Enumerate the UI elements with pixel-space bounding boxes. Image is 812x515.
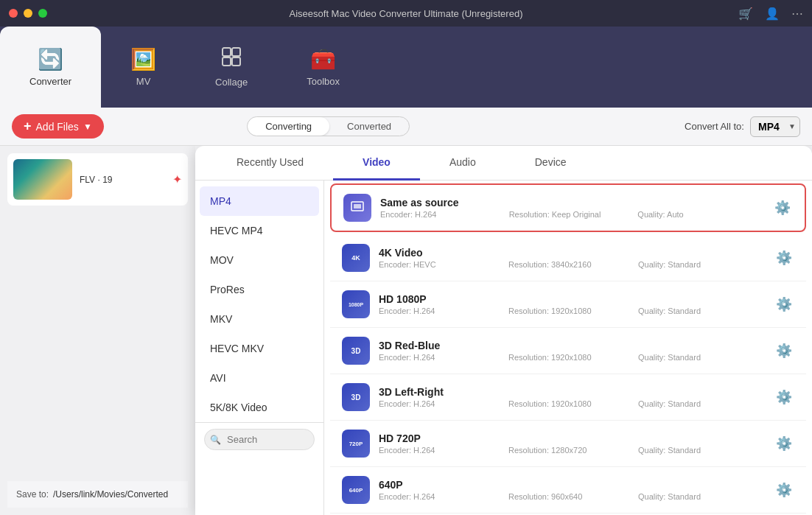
user-icon[interactable]: 👤 bbox=[765, 7, 780, 21]
format-opt-icon-1080p: 1080P bbox=[342, 290, 370, 318]
resolution-label-5: Resolution: 1280x720 bbox=[508, 446, 635, 455]
file-name: FLV · 19 bbox=[80, 175, 165, 185]
tab-audio[interactable]: Audio bbox=[420, 146, 505, 181]
file-panel: FLV · 19 ✦ Save to: /Users/link/Movies/C… bbox=[0, 146, 195, 515]
encoder-label-3: Encoder: H.264 bbox=[379, 353, 505, 362]
format-option-3d-left-right[interactable]: 3D 3D Left-Right Encoder: H.264 Resoluti… bbox=[330, 374, 806, 421]
format-opt-name-same-as-source: Same as source bbox=[380, 197, 763, 209]
format-option-640p[interactable]: 640P 640P Encoder: H.264 Resolution: 960… bbox=[330, 467, 806, 514]
svg-rect-1 bbox=[232, 48, 240, 56]
format-opt-icon-640p: 640P bbox=[342, 476, 370, 504]
search-input[interactable] bbox=[204, 429, 315, 450]
svg-rect-0 bbox=[223, 48, 231, 56]
convert-all-label: Convert All to: bbox=[685, 121, 744, 132]
cart-icon[interactable]: 🛒 bbox=[738, 7, 753, 21]
format-list-item-hevc-mkv[interactable]: HEVC MKV bbox=[195, 334, 323, 363]
format-list-item-mkv[interactable]: MKV bbox=[195, 304, 323, 334]
format-list-item-prores[interactable]: ProRes bbox=[195, 275, 323, 304]
format-list-item-5k8k[interactable]: 5K/8K Video bbox=[195, 393, 323, 422]
format-body: MP4 HEVC MP4 MOV ProRes MKV HEVC MKV AVI… bbox=[195, 181, 812, 515]
gear-button-5[interactable]: ⚙️ bbox=[774, 433, 794, 454]
minimize-button[interactable] bbox=[24, 9, 32, 18]
format-opt-details-same-as-source: Same as source Encoder: H.264 Resolution… bbox=[380, 197, 763, 219]
format-list-item-avi[interactable]: AVI bbox=[195, 363, 323, 393]
svg-rect-3 bbox=[232, 57, 240, 66]
save-bar: Save to: /Users/link/Movies/Converted bbox=[7, 481, 188, 508]
mv-icon: 🖼️ bbox=[130, 47, 156, 71]
nav-bar: 🔄 Converter 🖼️ MV Collage 🧰 Toolbox bbox=[0, 27, 812, 108]
format-opt-name-3d-red-blue: 3D Red-Blue bbox=[379, 340, 765, 351]
nav-toolbox-label: Toolbox bbox=[307, 76, 340, 87]
dropdown-arrow-icon: ▼ bbox=[83, 122, 92, 132]
format-opt-name-720p: HD 720P bbox=[379, 432, 765, 444]
format-select-wrap: MP4 MOV AVI MKV bbox=[750, 116, 800, 137]
format-option-720p[interactable]: 720P HD 720P Encoder: H.264 Resolution: … bbox=[330, 421, 806, 467]
gear-button-1[interactable]: ⚙️ bbox=[774, 248, 794, 268]
format-option-3d-red-blue[interactable]: 3D 3D Red-Blue Encoder: H.264 Resolution… bbox=[330, 328, 806, 374]
collage-icon bbox=[221, 46, 242, 72]
encoder-label-2: Encoder: H.264 bbox=[379, 306, 505, 315]
gear-button-2[interactable]: ⚙️ bbox=[774, 294, 794, 315]
format-option-1080p[interactable]: 1080P HD 1080P Encoder: H.264 Resolution… bbox=[330, 281, 806, 328]
format-list-item-hevc-mp4[interactable]: HEVC MP4 bbox=[195, 216, 323, 245]
encoder-label-5: Encoder: H.264 bbox=[379, 446, 505, 455]
app-title: Aiseesoft Mac Video Converter Ultimate (… bbox=[290, 8, 523, 19]
format-list-item-mp4[interactable]: MP4 bbox=[200, 186, 319, 216]
menu-icon[interactable]: ⋯ bbox=[791, 7, 803, 21]
file-thumbnail bbox=[13, 159, 72, 200]
file-info: FLV · 19 bbox=[80, 175, 165, 185]
tab-converting[interactable]: Converting bbox=[248, 117, 329, 136]
gear-button-4[interactable]: ⚙️ bbox=[774, 387, 794, 407]
plus-icon: + bbox=[24, 119, 32, 134]
format-opt-name-3d-left-right: 3D Left-Right bbox=[379, 386, 765, 398]
gear-button-6[interactable]: ⚙️ bbox=[774, 480, 794, 500]
format-opt-details-720p: HD 720P Encoder: H.264 Resolution: 1280x… bbox=[379, 432, 765, 455]
maximize-button[interactable] bbox=[38, 9, 47, 18]
format-option-same-as-source[interactable]: Same as source Encoder: H.264 Resolution… bbox=[330, 183, 806, 232]
tab-device[interactable]: Device bbox=[505, 146, 596, 181]
close-button[interactable] bbox=[9, 9, 18, 18]
search-bar bbox=[195, 422, 323, 456]
save-to-label: Save to: bbox=[16, 489, 49, 500]
nav-converter-label: Converter bbox=[29, 76, 71, 87]
format-list-item-mov[interactable]: MOV bbox=[195, 245, 323, 275]
format-option-4k[interactable]: 4K 4K Video Encoder: HEVC Resolution: 38… bbox=[330, 235, 806, 281]
resolution-label-1: Resolution: 3840x2160 bbox=[508, 260, 635, 269]
nav-collage-label: Collage bbox=[215, 77, 248, 88]
converter-icon: 🔄 bbox=[38, 47, 63, 71]
format-opt-icon-3d-red-blue: 3D bbox=[342, 337, 370, 365]
toolbox-icon: 🧰 bbox=[310, 47, 336, 71]
nav-mv[interactable]: 🖼️ MV bbox=[101, 27, 186, 108]
file-item: FLV · 19 ✦ bbox=[7, 153, 188, 206]
nav-toolbox[interactable]: 🧰 Toolbox bbox=[277, 27, 369, 108]
format-tabs: Recently Used Video Audio Device bbox=[195, 146, 812, 181]
nav-collage[interactable]: Collage bbox=[186, 27, 277, 108]
star-icon[interactable]: ✦ bbox=[172, 172, 182, 186]
quality-label-3: Quality: Standard bbox=[638, 353, 765, 362]
gear-button-0[interactable]: ⚙️ bbox=[772, 197, 793, 218]
format-opt-name-1080p: HD 1080P bbox=[379, 293, 765, 305]
format-opt-icon-3d-left-right: 3D bbox=[342, 383, 370, 411]
nav-mv-label: MV bbox=[136, 76, 151, 87]
save-path: /Users/link/Movies/Converted bbox=[53, 489, 168, 500]
resolution-label-2: Resolution: 1920x1080 bbox=[508, 306, 635, 315]
tab-recently-used[interactable]: Recently Used bbox=[207, 146, 333, 181]
resolution-label-0: Resolution: Keep Original bbox=[509, 210, 635, 219]
tab-converted[interactable]: Converted bbox=[329, 117, 409, 136]
quality-label-5: Quality: Standard bbox=[638, 446, 765, 455]
add-files-button[interactable]: + Add Files ▼ bbox=[12, 114, 104, 139]
format-opt-icon-4k: 4K bbox=[342, 244, 370, 272]
format-opt-details-4k: 4K Video Encoder: HEVC Resolution: 3840x… bbox=[379, 247, 765, 269]
quality-label-4: Quality: Standard bbox=[638, 399, 765, 408]
gear-button-3[interactable]: ⚙️ bbox=[774, 340, 794, 361]
quality-label-1: Quality: Standard bbox=[638, 260, 765, 269]
format-select[interactable]: MP4 MOV AVI MKV bbox=[750, 116, 800, 137]
encoder-label-6: Encoder: H.264 bbox=[379, 492, 505, 501]
format-options: Same as source Encoder: H.264 Resolution… bbox=[324, 181, 812, 515]
tab-video[interactable]: Video bbox=[333, 146, 420, 181]
svg-rect-2 bbox=[223, 57, 231, 66]
nav-converter[interactable]: 🔄 Converter bbox=[0, 27, 101, 108]
search-icon-wrap bbox=[204, 429, 315, 450]
encoder-label-0: Encoder: H.264 bbox=[380, 210, 506, 219]
encoder-label-4: Encoder: H.264 bbox=[379, 399, 505, 408]
